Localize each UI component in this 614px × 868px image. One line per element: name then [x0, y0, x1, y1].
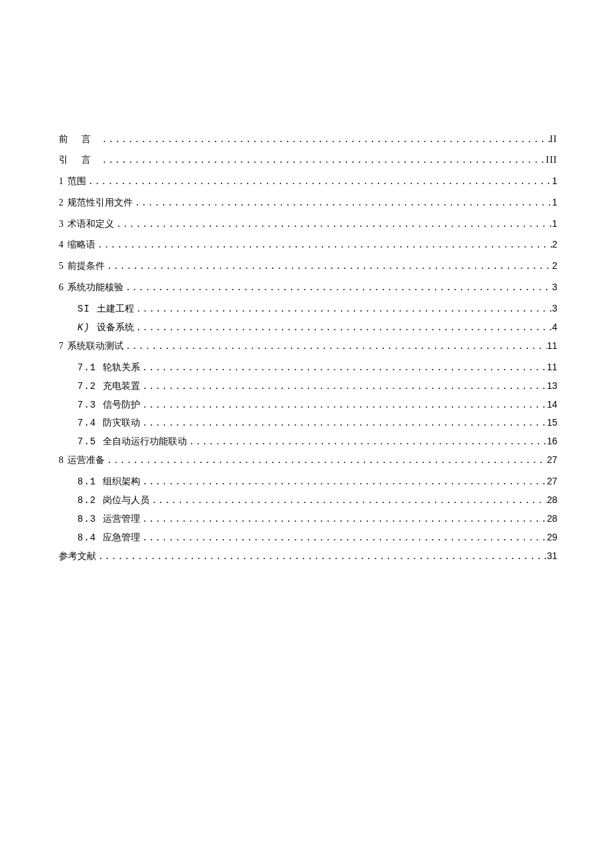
- toc-title: 缩略语: [67, 239, 95, 251]
- toc-leader-dots: [140, 400, 547, 412]
- toc-title: 信号防护: [103, 399, 140, 411]
- toc-entry: K)设备系统4: [59, 321, 557, 334]
- toc-title: 规范性引用文件: [67, 197, 133, 209]
- toc-entry: 6系统功能核验3: [59, 281, 557, 294]
- toc-entry: 7.3信号防护14: [59, 398, 557, 412]
- toc-entry: 8.2岗位与人员28: [59, 494, 557, 507]
- toc-leader-dots: [149, 496, 547, 507]
- toc-page-number: 28: [547, 494, 557, 506]
- toc-page-number: 13: [547, 380, 557, 392]
- toc-entry: 1范围1: [59, 175, 557, 188]
- toc-title: 参考文献: [59, 550, 96, 562]
- toc-entry: 4缩略语2: [59, 238, 557, 252]
- toc-title: 系统联动测试: [67, 340, 123, 352]
- toc-title: 组织架构: [103, 476, 140, 488]
- toc-leader-dots: [140, 477, 547, 488]
- toc-title: 土建工程: [97, 303, 134, 315]
- toc-leader-dots: [134, 323, 552, 334]
- toc-page-number: 28: [547, 512, 557, 524]
- toc-leader-dots: [96, 552, 547, 563]
- toc-page-number: 16: [547, 435, 557, 447]
- toc-number: 2: [59, 197, 63, 209]
- toc-leader-dots: [134, 304, 552, 316]
- toc-leader-dots: [140, 363, 547, 374]
- toc-leader-dots: [123, 342, 547, 353]
- toc-title: 应急管理: [103, 532, 140, 544]
- toc-number: 8: [59, 454, 63, 466]
- toc-leader-dots: [140, 418, 547, 430]
- toc-page-number: 29: [547, 531, 557, 543]
- toc-title: 充电装置: [103, 380, 140, 392]
- toc-page-number: 3: [552, 302, 557, 314]
- toc-page-number: 2: [552, 260, 557, 272]
- toc-page-number: III: [546, 154, 557, 166]
- toc-entry: 5前提条件2: [59, 260, 557, 273]
- toc-page-number: 15: [547, 416, 557, 428]
- toc-entry: 引 言III: [59, 154, 557, 167]
- toc-title: 设备系统: [97, 322, 134, 334]
- toc-number: SI: [77, 303, 90, 315]
- toc-entry: 8.3运营管理28: [59, 512, 557, 526]
- toc-leader-dots: [140, 514, 547, 526]
- toc-number: 5: [59, 260, 63, 272]
- toc-entry: 8.1组织架构27: [59, 475, 557, 488]
- toc-page-number: 2: [552, 238, 557, 250]
- toc-number: K): [77, 322, 90, 334]
- toc-entry: 7.2充电装置13: [59, 380, 557, 393]
- toc-title: 运营管理: [103, 513, 140, 525]
- toc-entry: 7.1轮轨关系11: [59, 361, 557, 374]
- toc-number: 7.4: [77, 417, 96, 429]
- toc-title: 范围: [67, 175, 86, 187]
- toc-title: 前 言: [59, 133, 96, 145]
- toc-entry: 3术语和定义1: [59, 218, 557, 231]
- toc-leader-dots: [95, 240, 552, 252]
- toc-number: 7.1: [77, 362, 96, 374]
- toc-page-number: 3: [552, 281, 557, 293]
- toc-leader-dots: [123, 283, 552, 294]
- toc-page-number: 27: [547, 454, 557, 466]
- toc-number: 7.3: [77, 399, 96, 411]
- toc-number: 3: [59, 218, 63, 230]
- toc-title: 轮轨关系: [103, 362, 140, 374]
- toc-leader-dots: [105, 262, 552, 273]
- toc-page-number: 1: [552, 175, 557, 187]
- toc-entry: 参考文献31: [59, 550, 557, 563]
- toc-leader-dots: [105, 456, 547, 467]
- toc-page-number: 27: [547, 475, 557, 487]
- toc-number: 8.2: [77, 494, 96, 506]
- toc-title: 系统功能核验: [67, 282, 123, 294]
- toc-entry: 7.4防灾联动15: [59, 416, 557, 430]
- toc-page-number: 4: [552, 321, 557, 333]
- toc-title: 防灾联动: [103, 417, 140, 429]
- toc-page-number: II: [550, 133, 557, 145]
- toc-page-number: 11: [547, 361, 557, 373]
- toc-page-number: 11: [547, 340, 557, 352]
- toc-page-number: 14: [547, 398, 557, 410]
- toc-title: 运营准备: [67, 454, 105, 466]
- toc-title: 引 言: [59, 154, 96, 166]
- toc-page-number: 31: [547, 550, 557, 562]
- toc-entry: 前 言II: [59, 133, 557, 146]
- toc-title: 术语和定义: [67, 218, 114, 230]
- toc-number: 8.4: [77, 532, 96, 544]
- toc-leader-dots: [140, 533, 547, 544]
- toc-leader-dots: [86, 177, 552, 188]
- toc-title: 前提条件: [67, 260, 105, 272]
- toc-number: 7: [59, 340, 63, 352]
- toc-entry: 2规范性引用文件1: [59, 196, 557, 209]
- toc-leader-dots: [100, 155, 547, 167]
- toc-title: 岗位与人员: [103, 494, 149, 506]
- toc-leader-dots: [140, 382, 547, 393]
- toc-number: 8.1: [77, 476, 96, 488]
- toc-entry: SI土建工程3: [59, 302, 557, 316]
- toc-number: 4: [59, 239, 63, 251]
- toc-leader-dots: [133, 198, 552, 209]
- toc-title: 全自动运行功能联动: [103, 436, 187, 448]
- table-of-contents: 前 言II引 言III1范围12规范性引用文件13术语和定义14缩略语25前提条…: [59, 133, 557, 563]
- toc-number: 6: [59, 282, 63, 294]
- toc-number: 7.2: [77, 380, 96, 392]
- toc-page-number: 1: [552, 218, 557, 230]
- toc-number: 1: [59, 175, 63, 187]
- toc-leader-dots: [187, 437, 547, 448]
- toc-leader-dots: [100, 135, 550, 146]
